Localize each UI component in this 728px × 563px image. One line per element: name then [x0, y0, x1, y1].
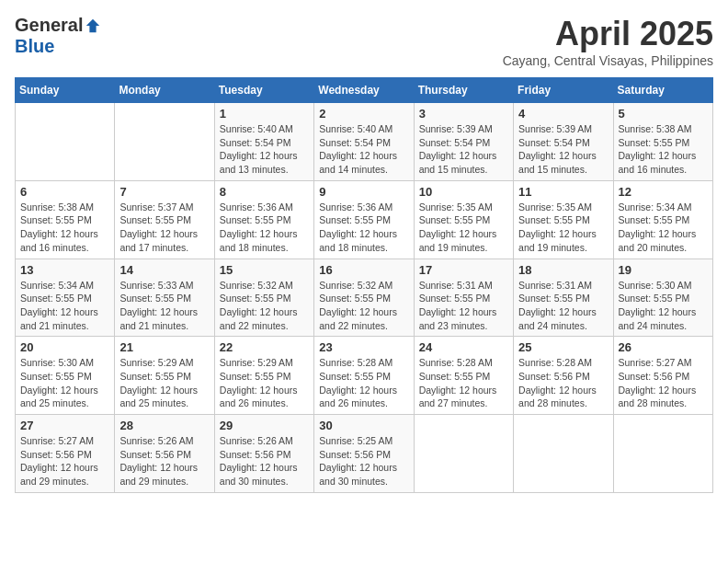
calendar-cell: 3Sunrise: 5:39 AMSunset: 5:54 PMDaylight…: [414, 103, 513, 181]
day-number: 11: [518, 185, 608, 199]
calendar-cell: 21Sunrise: 5:29 AMSunset: 5:55 PMDayligh…: [115, 337, 214, 415]
calendar-cell: 1Sunrise: 5:40 AMSunset: 5:54 PMDaylight…: [214, 103, 313, 181]
day-number: 4: [518, 107, 608, 121]
calendar-cell: 12Sunrise: 5:34 AMSunset: 5:55 PMDayligh…: [613, 180, 712, 259]
calendar-week-row: 6Sunrise: 5:38 AMSunset: 5:55 PMDaylight…: [16, 180, 713, 259]
calendar-cell: 7Sunrise: 5:37 AMSunset: 5:55 PMDaylight…: [115, 180, 214, 259]
calendar-cell: 28Sunrise: 5:26 AMSunset: 5:56 PMDayligh…: [115, 415, 214, 493]
calendar-cell: 23Sunrise: 5:28 AMSunset: 5:55 PMDayligh…: [314, 337, 414, 415]
calendar-cell: 14Sunrise: 5:33 AMSunset: 5:55 PMDayligh…: [115, 259, 214, 337]
day-number: 18: [518, 263, 608, 277]
day-number: 29: [220, 419, 309, 432]
calendar-cell: 6Sunrise: 5:38 AMSunset: 5:55 PMDaylight…: [16, 180, 115, 259]
day-info: Sunrise: 5:31 AMSunset: 5:55 PMDaylight:…: [518, 279, 608, 333]
day-info: Sunrise: 5:26 AMSunset: 5:56 PMDaylight:…: [119, 434, 209, 488]
day-info: Sunrise: 5:36 AMSunset: 5:55 PMDaylight:…: [220, 201, 309, 255]
weekday-header: Tuesday: [214, 78, 313, 103]
logo-icon: [85, 17, 101, 34]
day-info: Sunrise: 5:27 AMSunset: 5:56 PMDaylight:…: [619, 356, 708, 410]
calendar-title: April 2025: [503, 15, 713, 53]
day-number: 9: [319, 185, 408, 199]
calendar-cell: 29Sunrise: 5:26 AMSunset: 5:56 PMDayligh…: [214, 415, 313, 493]
day-number: 8: [220, 185, 309, 199]
day-number: 22: [220, 340, 309, 354]
calendar-cell: [514, 415, 613, 493]
day-number: 24: [419, 340, 508, 354]
calendar-cell: 17Sunrise: 5:31 AMSunset: 5:55 PMDayligh…: [414, 259, 513, 337]
weekday-header: Thursday: [414, 78, 513, 103]
day-info: Sunrise: 5:38 AMSunset: 5:55 PMDaylight:…: [20, 201, 109, 255]
calendar-cell: 4Sunrise: 5:39 AMSunset: 5:54 PMDaylight…: [514, 103, 613, 181]
day-number: 28: [119, 419, 209, 432]
calendar-cell: 11Sunrise: 5:35 AMSunset: 5:55 PMDayligh…: [514, 180, 613, 259]
calendar-cell: [613, 415, 712, 493]
page-header: General Blue April 2025 Cayang, Central …: [15, 15, 713, 68]
day-number: 10: [419, 185, 508, 199]
day-number: 20: [20, 340, 109, 354]
day-number: 16: [319, 263, 408, 277]
weekday-header: Friday: [514, 78, 613, 103]
calendar-week-row: 27Sunrise: 5:27 AMSunset: 5:56 PMDayligh…: [16, 415, 713, 493]
day-info: Sunrise: 5:39 AMSunset: 5:54 PMDaylight:…: [518, 122, 608, 177]
calendar-cell: 19Sunrise: 5:30 AMSunset: 5:55 PMDayligh…: [613, 259, 712, 337]
logo: General Blue: [15, 15, 101, 57]
day-info: Sunrise: 5:30 AMSunset: 5:55 PMDaylight:…: [20, 356, 109, 410]
calendar-week-row: 1Sunrise: 5:40 AMSunset: 5:54 PMDaylight…: [16, 103, 713, 181]
day-number: 19: [619, 263, 708, 277]
day-number: 2: [319, 107, 408, 121]
day-info: Sunrise: 5:32 AMSunset: 5:55 PMDaylight:…: [220, 279, 309, 333]
calendar-week-row: 20Sunrise: 5:30 AMSunset: 5:55 PMDayligh…: [16, 337, 713, 415]
day-number: 21: [119, 340, 209, 354]
day-info: Sunrise: 5:32 AMSunset: 5:55 PMDaylight:…: [319, 279, 408, 333]
day-number: 27: [20, 419, 109, 432]
day-number: 30: [319, 419, 408, 432]
calendar-cell: 15Sunrise: 5:32 AMSunset: 5:55 PMDayligh…: [214, 259, 313, 337]
calendar-cell: 2Sunrise: 5:40 AMSunset: 5:54 PMDaylight…: [314, 103, 414, 181]
day-info: Sunrise: 5:36 AMSunset: 5:55 PMDaylight:…: [319, 201, 408, 255]
calendar-cell: 22Sunrise: 5:29 AMSunset: 5:55 PMDayligh…: [214, 337, 313, 415]
day-info: Sunrise: 5:33 AMSunset: 5:55 PMDaylight:…: [119, 279, 209, 333]
day-number: 12: [619, 185, 708, 199]
day-number: 5: [619, 107, 708, 121]
title-block: April 2025 Cayang, Central Visayas, Phil…: [503, 15, 713, 68]
day-info: Sunrise: 5:29 AMSunset: 5:55 PMDaylight:…: [119, 356, 209, 410]
day-info: Sunrise: 5:39 AMSunset: 5:54 PMDaylight:…: [419, 122, 508, 177]
calendar-cell: 5Sunrise: 5:38 AMSunset: 5:55 PMDaylight…: [613, 103, 712, 181]
day-info: Sunrise: 5:26 AMSunset: 5:56 PMDaylight:…: [220, 434, 309, 488]
weekday-header: Monday: [115, 78, 214, 103]
day-number: 3: [419, 107, 508, 121]
day-info: Sunrise: 5:37 AMSunset: 5:55 PMDaylight:…: [119, 201, 209, 255]
day-number: 26: [619, 340, 708, 354]
day-number: 14: [119, 263, 209, 277]
day-number: 23: [319, 340, 408, 354]
day-number: 6: [20, 185, 109, 199]
calendar-week-row: 13Sunrise: 5:34 AMSunset: 5:55 PMDayligh…: [16, 259, 713, 337]
calendar-cell: [16, 103, 115, 181]
logo-general-text: General: [15, 15, 83, 36]
day-number: 15: [220, 263, 309, 277]
day-number: 7: [119, 185, 209, 199]
day-info: Sunrise: 5:27 AMSunset: 5:56 PMDaylight:…: [20, 434, 109, 488]
calendar-cell: 8Sunrise: 5:36 AMSunset: 5:55 PMDaylight…: [214, 180, 313, 259]
day-info: Sunrise: 5:30 AMSunset: 5:55 PMDaylight:…: [619, 279, 708, 333]
day-info: Sunrise: 5:34 AMSunset: 5:55 PMDaylight:…: [619, 201, 708, 255]
day-info: Sunrise: 5:38 AMSunset: 5:55 PMDaylight:…: [619, 122, 708, 177]
calendar-cell: 24Sunrise: 5:28 AMSunset: 5:55 PMDayligh…: [414, 337, 513, 415]
logo-blue-text: Blue: [15, 36, 54, 56]
day-info: Sunrise: 5:28 AMSunset: 5:55 PMDaylight:…: [419, 356, 508, 410]
day-info: Sunrise: 5:28 AMSunset: 5:55 PMDaylight:…: [319, 356, 408, 410]
day-info: Sunrise: 5:31 AMSunset: 5:55 PMDaylight:…: [419, 279, 508, 333]
calendar-subtitle: Cayang, Central Visayas, Philippines: [503, 53, 713, 68]
calendar-cell: 16Sunrise: 5:32 AMSunset: 5:55 PMDayligh…: [314, 259, 414, 337]
calendar-cell: 25Sunrise: 5:28 AMSunset: 5:56 PMDayligh…: [514, 337, 613, 415]
day-number: 13: [20, 263, 109, 277]
weekday-header: Saturday: [613, 78, 712, 103]
day-info: Sunrise: 5:25 AMSunset: 5:56 PMDaylight:…: [319, 434, 408, 488]
weekday-header: Wednesday: [314, 78, 414, 103]
calendar-cell: 9Sunrise: 5:36 AMSunset: 5:55 PMDaylight…: [314, 180, 414, 259]
day-info: Sunrise: 5:35 AMSunset: 5:55 PMDaylight:…: [419, 201, 508, 255]
calendar-table: SundayMondayTuesdayWednesdayThursdayFrid…: [15, 77, 713, 493]
calendar-cell: 13Sunrise: 5:34 AMSunset: 5:55 PMDayligh…: [16, 259, 115, 337]
day-number: 1: [220, 107, 309, 121]
day-info: Sunrise: 5:28 AMSunset: 5:56 PMDaylight:…: [518, 356, 608, 410]
